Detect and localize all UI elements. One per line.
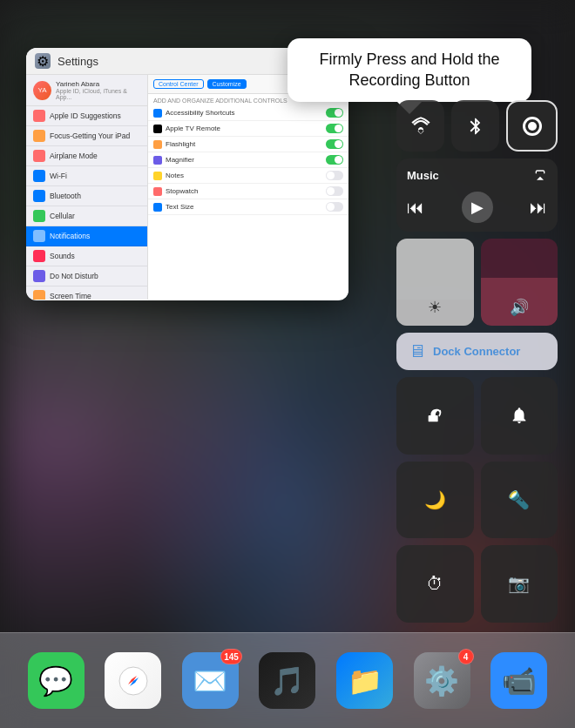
messages-icon: 💬: [28, 652, 85, 709]
airplay-svg: [533, 167, 547, 181]
item-icon: [33, 130, 45, 142]
right-list-item[interactable]: Notes: [148, 168, 348, 184]
toggle[interactable]: [326, 202, 343, 212]
dock-app-safari[interactable]: [105, 652, 161, 709]
item-icon: [153, 109, 162, 118]
brightness-icon: ☀: [428, 298, 442, 317]
list-item[interactable]: Wi-Fi: [26, 166, 147, 186]
camera-button[interactable]: 📷: [481, 545, 558, 623]
screen-record-button[interactable]: [506, 100, 558, 152]
dock-app-messages[interactable]: 💬: [28, 652, 85, 709]
dock-app-mail[interactable]: ✉️ 145: [182, 652, 239, 709]
list-item[interactable]: Focus-Getting Your iPad: [26, 126, 147, 146]
right-list-item[interactable]: Magnifier: [148, 152, 348, 168]
cc-small-grid-2: 🌙 🔦: [396, 462, 558, 539]
dock-connector-label: Dock Connector: [433, 345, 520, 358]
profile-name: Yarineh Abara: [56, 80, 140, 88]
dock-connector-icon: 🖥: [409, 341, 426, 361]
dock-app-settings[interactable]: ⚙️ 4: [414, 652, 470, 709]
files-icon: 📁: [336, 652, 393, 709]
cc-small-grid-1: [396, 377, 558, 455]
customize-tab[interactable]: Customize: [207, 79, 247, 89]
list-item-notifications[interactable]: Notifications: [26, 226, 147, 246]
toggle[interactable]: [326, 124, 343, 133]
zoom-icon: 📹: [490, 652, 547, 709]
list-item[interactable]: Airplane Mode: [26, 146, 147, 166]
right-list-item[interactable]: Text Size: [148, 199, 348, 215]
do-not-disturb-button[interactable]: [481, 377, 558, 455]
timer-button[interactable]: ⏱: [396, 545, 474, 623]
record-inner: [528, 122, 537, 131]
wifi-icon: [410, 116, 431, 137]
cc-top-row: [396, 100, 558, 152]
item-icon: [33, 290, 45, 300]
settings-gear-icon: ⚙: [35, 53, 51, 69]
brightness-slider[interactable]: ☀: [396, 239, 474, 326]
item-icon: [153, 140, 162, 149]
item-icon: [153, 203, 162, 212]
settings-right-panel: Control Center Customize Add and organiz…: [148, 75, 348, 300]
bell-icon: [510, 406, 529, 425]
safari-compass-svg: [118, 665, 149, 697]
list-item[interactable]: Screen Time: [26, 286, 147, 300]
toggle[interactable]: [326, 186, 343, 196]
toggle[interactable]: [326, 171, 343, 180]
item-icon: [33, 230, 45, 242]
right-list-item[interactable]: Flashlight: [148, 137, 348, 152]
dock-connector-button[interactable]: 🖥 Dock Connector: [396, 333, 558, 370]
list-item[interactable]: Bluetooth: [26, 186, 147, 206]
music-icon: 🎵: [259, 652, 315, 709]
safari-icon: [105, 652, 161, 709]
rotation-lock-button[interactable]: [396, 377, 474, 455]
night-shift-button[interactable]: 🌙: [396, 462, 474, 539]
item-icon: [33, 170, 45, 182]
volume-icon: 🔊: [510, 298, 529, 317]
avatar: YA: [33, 81, 51, 100]
wifi-button[interactable]: [396, 100, 444, 152]
flashlight-button[interactable]: 🔦: [481, 462, 558, 539]
list-item[interactable]: Do Not Disturb: [26, 266, 147, 286]
record-circle: [523, 117, 542, 136]
right-list-item[interactable]: Accessibility Shortcuts: [148, 105, 348, 121]
bluetooth-icon: [466, 117, 485, 136]
item-icon: [33, 110, 45, 122]
item-icon: [153, 156, 162, 165]
list-item[interactable]: Sounds: [26, 246, 147, 266]
settings-title: Settings: [58, 55, 98, 68]
dock-app-music[interactable]: 🎵: [259, 652, 315, 709]
item-icon: [33, 250, 45, 262]
list-item[interactable]: Apple ID Suggestions: [26, 106, 147, 126]
bluetooth-button[interactable]: [451, 100, 499, 152]
item-icon: [33, 270, 45, 282]
tooltip-text: Firmly Press and Hold the Recording Butt…: [303, 49, 516, 91]
control-center: Music ⏮ ▶ ⏭ ☀ 🔊 🖥 Dock Connector: [396, 100, 558, 623]
right-list-item[interactable]: Apple TV Remote: [148, 121, 348, 137]
volume-slider[interactable]: 🔊: [481, 239, 558, 326]
dock-bar: 💬 ✉️ 145 🎵 📁 ⚙️ 4 📹: [0, 632, 575, 728]
dock-app-files[interactable]: 📁: [336, 652, 393, 709]
tooltip: Firmly Press and Hold the Recording Butt…: [288, 38, 531, 102]
settings-body: YA Yarineh Abara Apple ID, iCloud, iTune…: [26, 75, 348, 300]
prev-button[interactable]: ⏮: [407, 198, 424, 218]
dock-app-zoom[interactable]: 📹: [490, 652, 547, 709]
music-widget[interactable]: Music ⏮ ▶ ⏭: [396, 158, 558, 232]
music-label: Music: [407, 167, 547, 183]
lock-rotation-icon: [425, 406, 444, 425]
control-center-tab[interactable]: Control Center: [153, 79, 204, 89]
next-button[interactable]: ⏭: [530, 198, 547, 218]
item-icon: [153, 172, 162, 180]
toggle[interactable]: [326, 108, 343, 118]
toggle[interactable]: [326, 155, 343, 165]
list-item[interactable]: Cellular: [26, 206, 147, 226]
settings-profile[interactable]: YA Yarineh Abara Apple ID, iCloud, iTune…: [26, 75, 147, 106]
airplay-icon[interactable]: [533, 167, 547, 183]
svg-point-0: [432, 418, 435, 421]
toggle[interactable]: [326, 139, 343, 149]
item-icon: [33, 150, 45, 162]
right-list-item[interactable]: Stopwatch: [148, 184, 348, 199]
play-button[interactable]: ▶: [462, 192, 493, 223]
item-icon: [153, 125, 162, 133]
cc-small-grid-3: ⏱ 📷: [396, 545, 558, 623]
mail-badge: 145: [220, 649, 242, 664]
item-icon: [153, 187, 162, 196]
